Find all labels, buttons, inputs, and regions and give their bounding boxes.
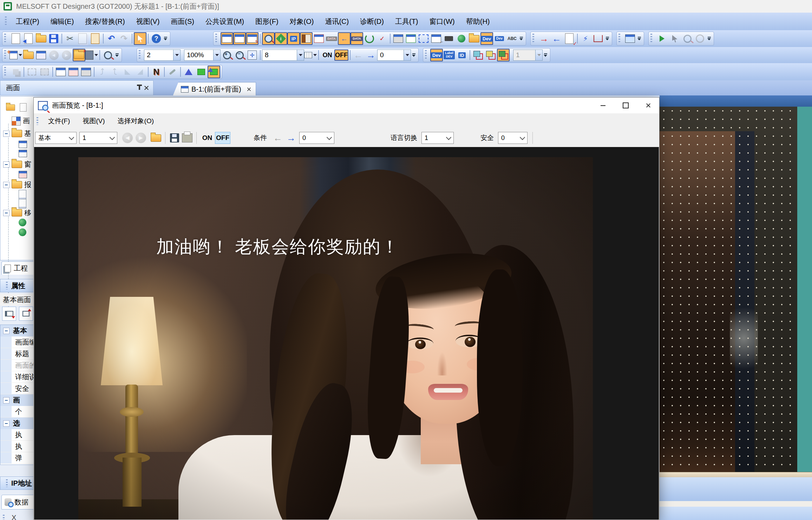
prop-row[interactable]: 弹	[0, 452, 33, 464]
recycle-window-button[interactable]	[405, 32, 417, 45]
rotate-right-button[interactable]: ⤴	[96, 66, 109, 78]
menu-communication[interactable]: 通讯(C)	[319, 14, 354, 29]
copy-screen3-button[interactable]	[80, 66, 92, 78]
verify-got-button[interactable]: ✎	[246, 32, 258, 45]
keyboard-button[interactable]	[304, 49, 317, 61]
tree-open-button[interactable]	[5, 102, 16, 113]
collapse-tree-button[interactable]	[2, 307, 16, 321]
data-calc-button[interactable]: DATA	[351, 32, 363, 45]
screen-number-combo[interactable]: 1	[79, 132, 117, 144]
screen-type-combo[interactable]: 基本	[35, 132, 77, 144]
tab-b1[interactable]: B-1:(前面+背面)	[173, 82, 256, 96]
save-project-button[interactable]	[47, 32, 60, 45]
menu-tools[interactable]: 工具(T)	[389, 14, 424, 29]
read-from-got-button[interactable]	[233, 32, 246, 45]
tree-doc-item[interactable]	[19, 199, 26, 208]
data-combine-button[interactable]	[313, 32, 325, 45]
data-import-button[interactable]: ←	[338, 32, 351, 45]
toolbar-grip[interactable]	[618, 34, 620, 44]
jump-prev-button[interactable]: ←	[550, 32, 563, 45]
option-tool-button[interactable]	[166, 66, 179, 78]
screen-panel-header[interactable]: 画面	[0, 80, 153, 95]
zoom-select-button[interactable]	[681, 32, 694, 45]
data-view-button[interactable]	[300, 32, 313, 45]
prop-row[interactable]: 个	[0, 406, 33, 418]
device-off-button[interactable]: OFF	[334, 49, 348, 61]
preview-menu-file[interactable]: 文件(F)	[42, 114, 76, 128]
menu-help[interactable]: 帮助(H)	[460, 14, 496, 29]
toolbar-overflow[interactable]	[163, 32, 168, 45]
minimize-button[interactable]	[592, 98, 614, 113]
preview-save-button[interactable]	[168, 132, 181, 144]
preview-forward-button[interactable]: ►	[136, 133, 146, 143]
copy-screen2-button[interactable]	[67, 66, 80, 78]
run-select-button[interactable]	[656, 32, 668, 45]
data-check-button[interactable]: i	[275, 32, 287, 45]
cut-button[interactable]: ✂	[64, 32, 76, 45]
next-screen-button[interactable]: ►	[60, 49, 73, 61]
security-combo[interactable]: 0	[498, 132, 528, 144]
close-screen-button[interactable]: ×	[73, 49, 85, 61]
web-upload-button[interactable]	[455, 32, 468, 45]
tree-new-button[interactable]	[18, 102, 28, 113]
preview-open-screen-button[interactable]	[150, 132, 162, 144]
toolbar-overflow[interactable]	[706, 32, 712, 45]
close-panel-icon[interactable]	[144, 85, 149, 91]
edit-screens-combo[interactable]: 2	[144, 49, 181, 61]
state-prev-button[interactable]: ←	[352, 49, 365, 61]
tree-folder-window[interactable]: 窗	[3, 160, 31, 169]
combo-arrow-icon[interactable]	[404, 50, 411, 60]
menu-search-replace[interactable]: 搜索/替换(R)	[79, 14, 130, 29]
preview-menu-view[interactable]: 视图(V)	[76, 114, 111, 128]
tree-folder-report[interactable]: 报	[3, 180, 31, 189]
grid-combo[interactable]: 8	[262, 49, 304, 61]
dropdown-arrow-icon[interactable]	[94, 54, 98, 56]
tree-root[interactable]: 画	[12, 116, 30, 126]
preview-titlebar[interactable]: 画面预览 - [B-1:]	[34, 98, 659, 113]
properties-panel-header[interactable]: 属性	[0, 279, 33, 292]
copy-screen-button[interactable]	[54, 66, 67, 78]
rotate-select-button[interactable]	[694, 32, 706, 45]
paste-button[interactable]	[89, 32, 102, 45]
back-layer-button[interactable]	[484, 49, 497, 61]
close-button[interactable]	[637, 98, 659, 113]
tree-globe-item[interactable]	[19, 219, 26, 226]
editor-canvas[interactable]	[660, 107, 797, 472]
tree-folder-base[interactable]: 基	[3, 129, 31, 138]
toolbar-grip[interactable]	[4, 50, 6, 60]
help-button[interactable]: ?	[150, 32, 163, 45]
monitor-frame-button[interactable]	[417, 32, 430, 45]
device-monitor-button[interactable]: Dev	[493, 32, 506, 45]
tree-globe-item[interactable]	[19, 228, 26, 236]
canvas-h-scrollbar[interactable]	[660, 472, 812, 478]
refresh-button[interactable]	[363, 32, 376, 45]
prop-row[interactable]: 安全	[0, 383, 33, 394]
prop-row[interactable]: 画面编	[0, 336, 33, 348]
menubar-grip[interactable]	[37, 117, 38, 125]
zoom-combo[interactable]: 100%	[184, 49, 221, 61]
group-button[interactable]	[26, 66, 38, 78]
ip-list-button[interactable]: IP	[287, 32, 300, 45]
preview-print-button[interactable]	[181, 132, 194, 144]
prop-row[interactable]: 详细说	[0, 371, 33, 383]
prop-row[interactable]: 标题	[0, 348, 33, 360]
menu-view[interactable]: 视图(V)	[131, 14, 165, 29]
zoom-out-button[interactable]: −	[233, 49, 246, 61]
tab-project[interactable]: 工程	[1, 261, 33, 275]
prop-row[interactable]: 执	[0, 429, 33, 441]
toolbar-overflow[interactable]	[636, 32, 642, 45]
network-button[interactable]	[592, 32, 604, 45]
menu-screen[interactable]: 画面(S)	[165, 14, 200, 29]
device-on-button[interactable]: ON	[320, 49, 334, 61]
fit-screen-button[interactable]: ✛	[246, 49, 258, 61]
prop-row[interactable]: 执	[0, 441, 33, 452]
screen-preview-button[interactable]	[262, 32, 275, 45]
stack-button[interactable]	[9, 66, 22, 78]
window-pair-button[interactable]	[392, 32, 405, 45]
flip-h-button[interactable]	[121, 66, 134, 78]
screen-list-button[interactable]	[35, 49, 47, 61]
id-display-button[interactable]: ID	[456, 49, 468, 61]
state-next-button[interactable]: →	[365, 49, 377, 61]
tab-close-icon[interactable]	[247, 87, 251, 92]
preview-on-button[interactable]: ON	[199, 132, 215, 144]
